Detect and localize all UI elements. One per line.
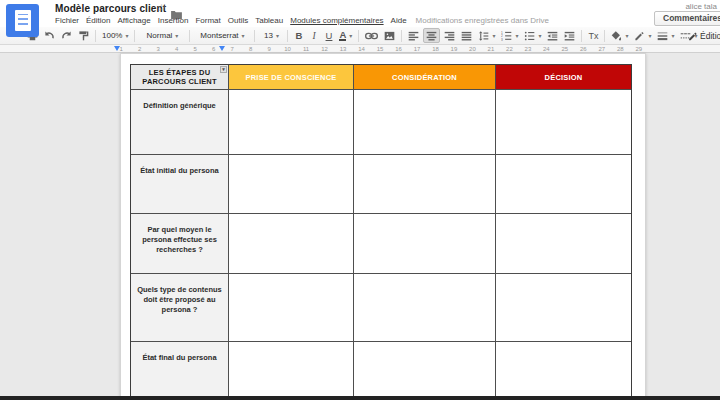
ruler-number: 2: [130, 45, 148, 53]
outdent-button[interactable]: [545, 28, 560, 43]
fill-color-button[interactable]: ▾: [609, 28, 630, 43]
ruler-number: 23: [519, 45, 537, 53]
underline-button[interactable]: U: [322, 28, 335, 43]
menu-item[interactable]: Outils: [228, 16, 248, 25]
consideration-cell[interactable]: [354, 89, 496, 154]
ruler-number: 15: [371, 45, 389, 53]
consideration-cell[interactable]: [354, 154, 496, 213]
ruler-number: 14: [352, 45, 370, 53]
menu-item[interactable]: Édition: [86, 16, 110, 25]
ruler-number: 10: [278, 45, 296, 53]
menu-item[interactable]: Aide: [391, 16, 407, 25]
awareness-cell[interactable]: [229, 273, 354, 341]
document-page[interactable]: LES ÉTAPES DU PARCOURS CLIENT ▾ PRISE DE…: [120, 53, 646, 400]
bulleted-list-button[interactable]: ▾: [522, 28, 543, 43]
ruler-number: 18: [426, 45, 444, 53]
menu-item[interactable]: Affichage: [117, 16, 150, 25]
justify-icon: [461, 31, 472, 41]
toolbar-divider: [604, 30, 605, 42]
align-center-button[interactable]: [423, 28, 440, 43]
line-spacing-button[interactable]: ▾: [476, 28, 497, 43]
align-right-button[interactable]: [442, 28, 457, 43]
awareness-cell[interactable]: [229, 89, 354, 154]
align-left-button[interactable]: [406, 28, 421, 43]
row-label: Quels type de contenus doit être proposé…: [137, 285, 222, 314]
link-icon: [365, 32, 378, 40]
zoom-value: 100%: [102, 31, 122, 40]
bold-button[interactable]: B: [292, 28, 305, 43]
docs-logo-icon[interactable]: [6, 4, 39, 37]
mode-button[interactable]: Édition: [688, 31, 720, 41]
italic-button[interactable]: I: [307, 28, 320, 43]
font-size-select[interactable]: 13▾: [259, 28, 283, 43]
ruler-number: 5: [186, 45, 204, 53]
menu-item[interactable]: Fichier: [55, 16, 79, 25]
align-right-icon: [444, 31, 455, 41]
decision-cell[interactable]: [496, 273, 631, 341]
toolbar-divider: [254, 30, 255, 42]
star-icon[interactable]: ☆: [157, 3, 166, 13]
justify-button[interactable]: [459, 28, 474, 43]
decision-header-cell[interactable]: DÉCISION: [496, 65, 631, 89]
undo-button[interactable]: [42, 28, 57, 43]
stages-header-cell[interactable]: LES ÉTAPES DU PARCOURS CLIENT ▾: [131, 65, 229, 89]
awareness-cell[interactable]: [229, 213, 354, 273]
consideration-cell[interactable]: [354, 213, 496, 273]
text-color-button[interactable]: A▾: [337, 28, 354, 43]
numbered-list-icon: 123: [501, 31, 512, 41]
menu-item[interactable]: Tableau: [255, 16, 283, 25]
svg-text:3: 3: [501, 37, 503, 40]
formatting-toolbar: 100%▾ Normal▾ Montserrat▾ 13▾ B I U A▾: [0, 27, 720, 45]
ruler-number: 22: [500, 45, 518, 53]
menu-item[interactable]: Insertion: [158, 16, 189, 25]
table-row: Par quel moyen le persona effectue ses r…: [131, 213, 631, 273]
comments-button[interactable]: Commentaires: [654, 11, 720, 26]
awareness-cell[interactable]: [229, 341, 354, 400]
save-status[interactable]: Modifications enregistrées dans Drive: [416, 16, 549, 25]
decision-cell[interactable]: [496, 154, 631, 213]
insert-image-button[interactable]: [382, 28, 397, 43]
zoom-select[interactable]: 100%▾: [100, 28, 130, 43]
consideration-cell[interactable]: [354, 341, 496, 400]
dropdown-caret-icon: ▾: [625, 32, 628, 39]
border-width-button[interactable]: ▾: [655, 28, 676, 43]
insert-image-icon: [384, 31, 395, 41]
menu-bar: FichierÉditionAffichageInsertionFormatOu…: [55, 16, 549, 25]
paint-format-button[interactable]: [76, 28, 91, 43]
dropdown-caret-icon: ▾: [175, 32, 178, 39]
row-label: État final du persona: [142, 353, 216, 362]
ruler-number: 7: [223, 45, 241, 53]
font-family-select[interactable]: Montserrat▾: [194, 28, 250, 43]
document-title[interactable]: Modèle parcours client: [55, 3, 166, 14]
row-label-cell[interactable]: Par quel moyen le persona effectue ses r…: [131, 213, 229, 273]
insert-link-button[interactable]: [363, 28, 380, 43]
menu-item[interactable]: Format: [195, 16, 220, 25]
consideration-cell[interactable]: [354, 273, 496, 341]
ruler-number: 21: [482, 45, 500, 53]
indent-marker[interactable]: [219, 46, 225, 51]
awareness-cell[interactable]: [229, 154, 354, 213]
row-label-cell[interactable]: Définition générique: [131, 89, 229, 154]
numbered-list-button[interactable]: 123▾: [499, 28, 520, 43]
consideration-header-cell[interactable]: CONSIDÉRATION: [354, 65, 496, 89]
indent-button[interactable]: [562, 28, 577, 43]
menu-item[interactable]: Modules complémentaires: [290, 16, 383, 25]
dropdown-caret-icon: ▾: [648, 32, 651, 39]
paragraph-style-select[interactable]: Normal▾: [139, 28, 185, 43]
table-selector-icon[interactable]: ▾: [220, 66, 227, 73]
row-label-cell[interactable]: État final du persona: [131, 341, 229, 400]
decision-cell[interactable]: [496, 213, 631, 273]
fill-color-icon: [611, 31, 622, 41]
border-color-button[interactable]: ▾: [632, 28, 653, 43]
clear-formatting-button[interactable]: Tx: [586, 28, 600, 43]
toolbar-divider: [401, 30, 402, 42]
indent-marker[interactable]: [114, 46, 120, 51]
row-label-cell[interactable]: Quels type de contenus doit être proposé…: [131, 273, 229, 341]
decision-cell[interactable]: [496, 341, 631, 400]
redo-button[interactable]: [59, 28, 74, 43]
decision-cell[interactable]: [496, 89, 631, 154]
row-label-cell[interactable]: État initial du persona: [131, 154, 229, 213]
docs-logo-sheet: [15, 10, 31, 31]
font-size-value: 13: [264, 31, 273, 40]
awareness-header-cell[interactable]: PRISE DE CONSCIENCE: [229, 65, 354, 89]
